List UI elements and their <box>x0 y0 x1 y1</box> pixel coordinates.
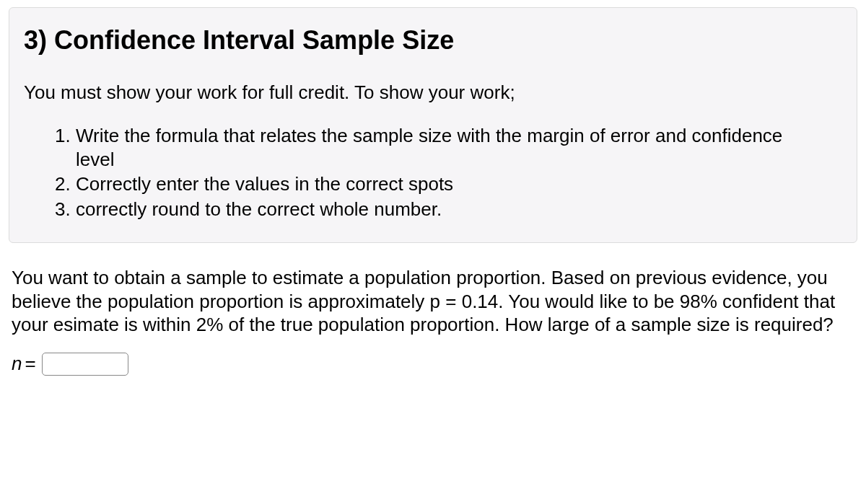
instructions-box: 3) Confidence Interval Sample Size You m… <box>9 7 857 243</box>
step-item: correctly round to the correct whole num… <box>76 198 842 221</box>
steps-list: Write the formula that relates the sampl… <box>24 124 842 221</box>
step-item: Write the formula that relates the sampl… <box>76 124 842 171</box>
answer-input[interactable] <box>42 353 128 376</box>
answer-variable-label: n <box>12 353 22 375</box>
question-title: 3) Confidence Interval Sample Size <box>24 25 842 56</box>
step-item: Correctly enter the values in the correc… <box>76 172 842 196</box>
answer-row: n = <box>9 353 857 376</box>
question-body: You want to obtain a sample to estimate … <box>9 266 857 337</box>
instructions-intro: You must show your work for full credit.… <box>24 81 842 104</box>
question-container: 3) Confidence Interval Sample Size You m… <box>0 0 866 383</box>
equals-sign: = <box>25 353 35 375</box>
